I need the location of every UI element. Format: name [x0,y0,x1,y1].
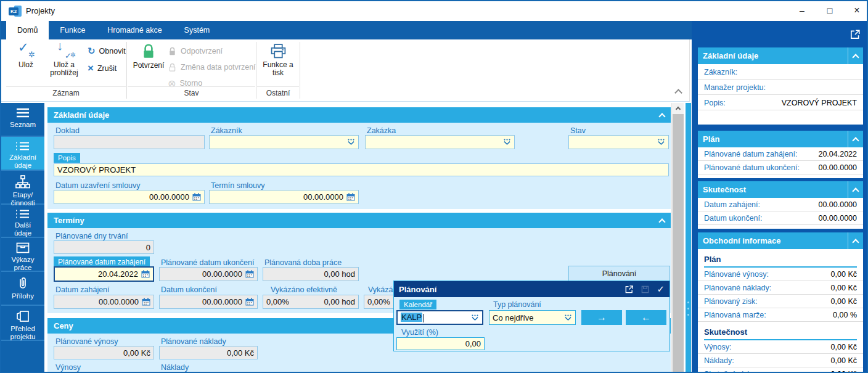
plan-vynosy-field: 0,00 Kč [54,346,154,359]
vertical-scrollbar[interactable] [671,103,684,373]
termin-smlouvy-label: Termín smlouvy [211,181,265,190]
popis-input[interactable]: VZOROVÝ PROJEKT [54,163,669,176]
plan-forward-button[interactable]: → [581,310,622,325]
functions-print-button[interactable]: Funkce a tisk [260,43,297,84]
change-confirm-date-label: Změna data potvrzení [181,63,256,72]
confirm-check-icon[interactable]: ✓ [657,284,665,295]
vykazano-efektivne-pct: 0,00% [266,297,289,306]
sidebar-item-prilohy[interactable]: Přílohy [1,272,44,306]
panel-card-header[interactable]: Základní údaje [698,47,863,64]
calendar-icon[interactable] [245,298,254,306]
sidebar-item-zakladni-udaje[interactable]: Základní údaje [1,137,44,171]
ribbon-collapse-icon[interactable] [674,89,682,97]
panel-row-label: Plánovaná marže: [704,311,766,319]
vykazano-efektivne-label: Vykázáno efektivně [271,285,337,294]
scrollbar-thumb[interactable] [673,114,684,373]
panel-row: Zákazník: [698,64,863,80]
dropdown-icon[interactable] [471,314,479,321]
termin-smlouvy-field[interactable]: 00.00.0000 [209,190,359,204]
panel-card-header[interactable]: Obchodní informace [698,232,863,249]
sidebar-item-prehled-projektu[interactable]: Přehled projektu [1,306,44,341]
panel-card-title: Plán [703,134,719,144]
vykazano-efektivne-hod: 0,00 hod [289,297,355,306]
calendar-icon[interactable] [245,270,254,278]
collapse-chevron-icon[interactable] [852,54,859,60]
sidebar-label: Další údaje [14,221,31,237]
scrollbar-up-icon[interactable] [672,103,684,113]
overview-icon [16,310,30,322]
dropdown-icon[interactable] [347,139,355,146]
panel-card-body: Zákazník: Manažer projektu: Popis: VZORO… [698,64,863,125]
termin-smlouvy-value: 00.00.0000 [213,192,343,202]
datum-ukonceni-value: 00.00.0000 [163,297,242,306]
tab-hromadne-akce[interactable]: Hromadné akce [96,21,173,39]
panel-row: Plánované výnosy: 0,00 Kč [698,268,863,281]
sidebar-item-vykazy-prace[interactable]: Výkazy práce [1,238,44,272]
panel-row-label: Plánovaný zisk: [704,297,758,306]
list-icon [15,209,30,219]
collapse-chevron-icon[interactable] [852,239,859,245]
panel-row: Plánované náklady: 0,00 Kč [698,281,863,295]
typ-planovani-value: Co nejdříve [493,313,561,322]
calendar-icon[interactable] [142,298,150,306]
dropdown-icon[interactable] [564,314,572,321]
planovani-popup-titlebar[interactable]: Plánování ✓ [394,281,669,297]
planovani-button[interactable]: Plánování [568,266,670,281]
dropdown-icon[interactable] [503,139,511,146]
datum-uzavreni-field[interactable]: 00.00.0000 [54,190,205,204]
panel-row-label: Plánované datum zahájení: [704,150,798,158]
save-check-icon: ✓✲ [17,43,35,59]
save-button[interactable]: ✓✲ Ulož [10,43,42,84]
open-in-window-icon[interactable] [850,29,861,40]
refresh-button[interactable]: ↻ Obnovit [88,44,126,58]
save-and-view-button[interactable]: ↓✓✲ Ulož a prohlížej [44,43,84,84]
panel-row-label: Skutečný zisk: [704,370,753,373]
zakaznik-combo[interactable] [209,135,359,149]
typ-planovani-combo[interactable]: Co nejdříve [489,310,576,325]
collapse-chevron-icon[interactable] [852,187,859,194]
panel-row-value: 0,00 Kč [831,343,857,351]
tab-domu[interactable]: Domů [6,21,49,39]
stav-combo[interactable] [568,135,669,149]
collapse-chevron-icon[interactable] [852,137,859,144]
sidebar-item-dalsi-udaje[interactable]: Další údaje [1,205,44,238]
calendar-icon[interactable] [192,193,201,201]
tab-funkce[interactable]: Funkce [49,21,96,39]
menu-icon [15,107,30,118]
plan-zahajeni-field[interactable]: 20.04.2022 [54,266,154,282]
plan-zahajeni-value: 20.04.2022 [58,269,138,279]
panel-card-header[interactable]: Skutečnost [698,181,863,198]
plan-ukonceni-field[interactable]: 00.00.0000 [159,267,258,281]
panel-card-obchodni-informace: Obchodní informace Plán Plánované výnosy… [698,232,863,373]
sidebar-label: Seznam [10,121,36,129]
window-title: Projekty [26,6,55,15]
sidebar-item-etapy-cinnosti[interactable]: Etapy/ činnosti [1,171,44,205]
group-label-zaznam: Záznam [6,86,126,99]
collapse-chevron-icon[interactable] [658,113,665,120]
dropdown-icon[interactable] [657,139,665,146]
panel-row-label: Plánované datum ukončení: [704,163,800,172]
minimize-button[interactable]: – [791,1,813,20]
panel-card-header[interactable]: Plán [698,131,863,147]
sidebar-item-seznam[interactable]: Seznam [1,103,44,137]
zakazka-combo[interactable] [365,135,515,149]
maximize-button[interactable]: □ [819,1,841,20]
calendar-icon[interactable] [346,193,355,201]
panel-row-value: 0,00 Kč [831,356,857,365]
kalendar-combo[interactable]: KALP [396,310,483,325]
stav-label: Stav [570,126,586,135]
calendar-icon[interactable] [141,270,150,278]
collapse-chevron-icon[interactable] [658,218,665,225]
plan-back-button[interactable]: ← [626,310,666,325]
vyuziti-input[interactable]: 0,00 [396,337,485,350]
close-button[interactable]: × [846,1,868,20]
vykazano-pct: 0,00% [367,297,390,306]
panel-splitter[interactable] [686,103,691,373]
confirm-button[interactable]: Potvrzení [131,43,166,84]
cancel-button[interactable]: × Zrušit [88,62,117,75]
sidebar-label: Přehled projektu [10,325,36,341]
panel-card-plan: Plán Plánované datum zahájení: 20.04.202… [698,131,863,178]
tab-system[interactable]: Systém [173,21,221,39]
open-in-window-icon[interactable] [624,285,634,294]
sidebar-label: Výkazy práce [11,256,34,272]
